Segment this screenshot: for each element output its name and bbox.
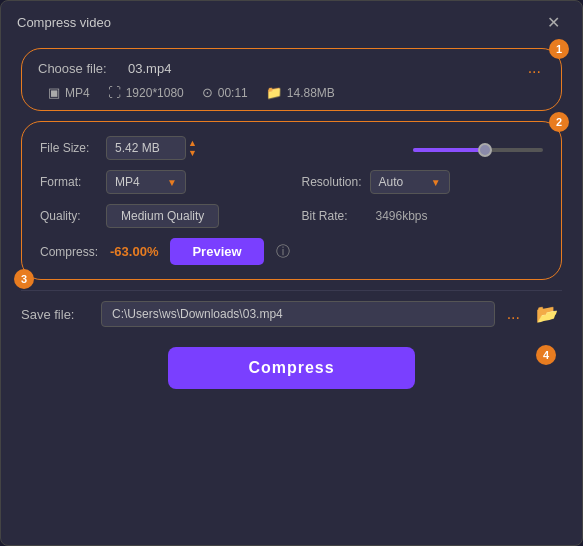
compress-preview-row: Compress: -63.00% Preview ⓘ	[40, 238, 543, 265]
filesize-spinner: ▲ ▼	[188, 139, 197, 158]
resolution-label: Resolution:	[302, 175, 362, 189]
badge-4: 4	[536, 345, 556, 365]
filename-input[interactable]	[128, 61, 524, 76]
quality-label: Quality:	[40, 209, 98, 223]
filesize-up-button[interactable]: ▲	[188, 139, 197, 148]
compress-label: Compress:	[40, 245, 98, 259]
bitrate-label: Bit Rate:	[302, 209, 360, 223]
file-format: MP4	[65, 86, 90, 100]
bottom-bar: Compress 4	[1, 337, 582, 407]
choose-file-label: Choose file:	[38, 61, 128, 76]
slider-thumb[interactable]	[478, 143, 492, 157]
file-format-info: ▣ MP4	[48, 85, 90, 100]
info-icon[interactable]: ⓘ	[276, 243, 290, 261]
bitrate-value: 3496kbps	[368, 205, 436, 227]
resolution-dropdown-arrow: ▼	[431, 177, 441, 188]
resolution-row: Resolution: Auto ▼	[302, 170, 544, 194]
compress-video-dialog: Compress video ✕ 1 Choose file: ... ▣ MP…	[0, 0, 583, 546]
format-label: Format:	[40, 175, 98, 189]
compress-percentage: -63.00%	[110, 244, 158, 259]
choose-file-section: 1 Choose file: ... ▣ MP4 ⛶ 1920*1080 ⊙ 0…	[21, 48, 562, 111]
badge-3: 3	[14, 269, 34, 289]
badge-1: 1	[549, 39, 569, 59]
slider-fill	[413, 148, 485, 152]
resolution-dropdown[interactable]: Auto ▼	[370, 170, 450, 194]
filesize-down-button[interactable]: ▼	[188, 149, 197, 158]
clock-icon: ⊙	[202, 85, 213, 100]
resolution-icon: ⛶	[108, 85, 121, 100]
save-dots-button[interactable]: ...	[503, 305, 524, 323]
slider-row	[302, 136, 544, 160]
format-row: Format: MP4 ▼	[40, 170, 282, 194]
file-resolution: 1920*1080	[126, 86, 184, 100]
choose-file-dots-button[interactable]: ...	[524, 59, 545, 77]
save-file-row: Save file: ... 📂	[1, 291, 582, 337]
format-dropdown[interactable]: MP4 ▼	[106, 170, 186, 194]
preview-button[interactable]: Preview	[170, 238, 263, 265]
settings-section: 2 3 File Size: 5.42 MB ▲ ▼	[21, 121, 562, 280]
save-path-input[interactable]	[101, 301, 495, 327]
filesize-value[interactable]: 5.42 MB	[106, 136, 186, 160]
title-bar: Compress video ✕	[1, 1, 582, 42]
filesize-label: File Size:	[40, 141, 98, 155]
quality-button[interactable]: Medium Quality	[106, 204, 219, 228]
badge-2: 2	[549, 112, 569, 132]
bitrate-row: Bit Rate: 3496kbps	[302, 204, 544, 228]
file-size-info: 📁 14.88MB	[266, 85, 335, 100]
compress-main-button[interactable]: Compress	[168, 347, 414, 389]
close-button[interactable]: ✕	[541, 11, 566, 34]
dialog-title: Compress video	[17, 15, 111, 30]
format-dropdown-arrow: ▼	[167, 177, 177, 188]
file-duration: 00:11	[218, 86, 248, 100]
filesize-wrapper: 5.42 MB ▲ ▼	[106, 136, 197, 160]
quality-slider-track[interactable]	[413, 148, 543, 152]
open-folder-button[interactable]: 📂	[532, 303, 562, 325]
quality-row: Quality: Medium Quality	[40, 204, 282, 228]
file-duration-info: ⊙ 00:11	[202, 85, 248, 100]
file-resolution-info: ⛶ 1920*1080	[108, 85, 184, 100]
film-icon: ▣	[48, 85, 60, 100]
choose-file-row: Choose file: ...	[38, 59, 545, 77]
folder-icon: 📁	[266, 85, 282, 100]
save-file-label: Save file:	[21, 307, 93, 322]
filesize-row: File Size: 5.42 MB ▲ ▼	[40, 136, 282, 160]
file-info-row: ▣ MP4 ⛶ 1920*1080 ⊙ 00:11 📁 14.88MB	[38, 85, 545, 100]
file-size: 14.88MB	[287, 86, 335, 100]
settings-grid: File Size: 5.42 MB ▲ ▼	[40, 136, 543, 228]
